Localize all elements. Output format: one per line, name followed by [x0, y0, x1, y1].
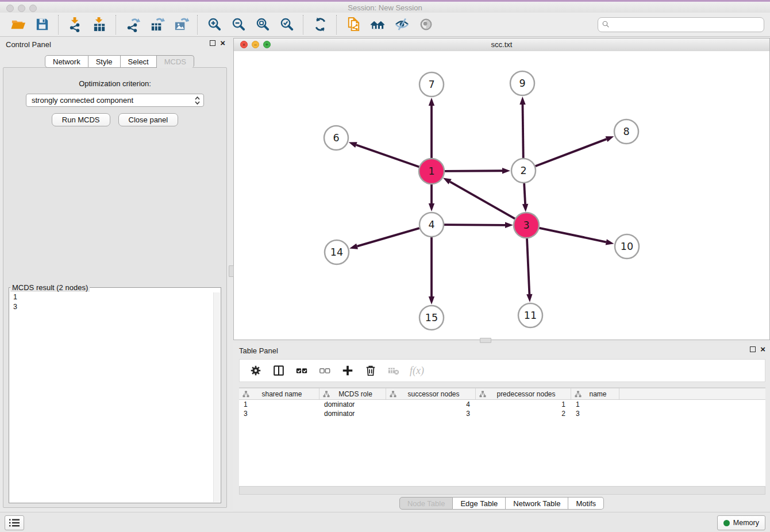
float-panel-icon[interactable]: [210, 40, 215, 46]
close-table-panel-icon[interactable]: ×: [760, 346, 765, 352]
add-column-icon[interactable]: [340, 363, 355, 378]
memory-button[interactable]: Memory: [717, 515, 765, 530]
graph-node-label: 4: [428, 219, 434, 230]
criterion-select[interactable]: strongly connected component: [26, 94, 204, 107]
cell-shared-name[interactable]: 3: [239, 409, 319, 418]
tab-select[interactable]: Select: [121, 55, 157, 68]
tab-node-table[interactable]: Node Table: [399, 497, 453, 510]
graph-edge-arrowhead: [349, 142, 357, 148]
refresh-icon[interactable]: [311, 16, 329, 33]
column-header-name[interactable]: name: [571, 388, 619, 399]
table-horizontal-scrollbar[interactable]: [239, 486, 765, 495]
graph-edge-2-3[interactable]: [524, 183, 525, 204]
cell-predecessor-nodes[interactable]: 2: [476, 409, 571, 418]
close-panel-icon[interactable]: ×: [220, 40, 225, 46]
graph-edge-arrowhead: [519, 97, 525, 105]
cell-name[interactable]: 3: [571, 409, 619, 418]
graph-edge-1-2[interactable]: [444, 171, 502, 171]
search-box[interactable]: [598, 17, 764, 32]
gear-icon[interactable]: [248, 363, 263, 378]
close-panel-button[interactable]: Close panel: [118, 113, 179, 126]
graph-node-label: 14: [330, 246, 343, 258]
tab-motifs[interactable]: Motifs: [568, 497, 604, 510]
home-network-icon[interactable]: [369, 16, 386, 33]
graph-node-label: 11: [524, 310, 537, 321]
graph-edge-4-3[interactable]: [444, 225, 505, 225]
unselect-all-icon[interactable]: [317, 363, 332, 378]
cell-successor-nodes[interactable]: 3: [386, 409, 476, 418]
tab-network-table[interactable]: Network Table: [506, 497, 568, 510]
mcds-result-scrollbar[interactable]: [213, 292, 220, 502]
open-file-icon[interactable]: [9, 16, 26, 33]
graph-edge-arrowhead: [505, 222, 513, 228]
column-header-MCDS-role[interactable]: MCDS role: [319, 388, 386, 399]
column-header-label: predecessor nodes: [496, 390, 555, 398]
graph-edge-arrowhead: [429, 98, 434, 106]
table-panel-title: Table Panel: [239, 346, 278, 355]
toolbar-separator: [197, 15, 198, 34]
cell-shared-name[interactable]: 1: [239, 400, 319, 409]
run-mcds-button[interactable]: Run MCDS: [52, 113, 110, 126]
export-network-icon[interactable]: [124, 16, 141, 33]
graph-edge-3-10[interactable]: [539, 228, 606, 242]
export-image-icon[interactable]: [172, 16, 190, 33]
graph-edge-3-11[interactable]: [527, 238, 529, 294]
main-toolbar: [0, 13, 770, 37]
column-header-successor-nodes[interactable]: successor nodes: [386, 388, 476, 399]
clone-network-icon[interactable]: [345, 16, 362, 33]
task-history-button[interactable]: [5, 515, 24, 530]
cell-MCDS-role[interactable]: dominator: [319, 400, 386, 409]
cell-MCDS-role[interactable]: dominator: [319, 409, 386, 418]
zoom-in-icon[interactable]: [206, 16, 223, 33]
select-all-icon[interactable]: [294, 363, 309, 378]
tab-network[interactable]: Network: [45, 55, 88, 68]
cell-name[interactable]: 1: [571, 400, 619, 409]
tab-style[interactable]: Style: [88, 55, 121, 68]
graph-edge-4-14[interactable]: [357, 228, 419, 246]
column-header-predecessor-nodes[interactable]: predecessor nodes: [476, 388, 571, 399]
table-row[interactable]: 3dominator323: [239, 409, 765, 418]
hide-panel-eye-icon[interactable]: [393, 16, 410, 33]
cell-successor-nodes[interactable]: 4: [386, 400, 476, 409]
graph-edge-arrowhead: [526, 294, 532, 302]
zoom-out-icon[interactable]: [230, 16, 247, 33]
search-input[interactable]: [613, 20, 760, 29]
column-header-shared-name[interactable]: shared name: [239, 388, 319, 399]
vertical-splitter-handle[interactable]: [229, 265, 234, 277]
network-view-titlebar[interactable]: × − + scc.txt: [234, 38, 769, 52]
mcds-result-legend: MCDS result (2 nodes): [10, 283, 90, 292]
mcds-result-list[interactable]: 1 3: [9, 292, 214, 503]
graph-node-label: 7: [428, 79, 434, 90]
float-table-panel-icon[interactable]: [750, 346, 756, 352]
destroy-table-icon: [386, 363, 401, 378]
graph-edge-3-1[interactable]: [450, 182, 515, 219]
table-panel: Table Panel ×: [233, 343, 770, 510]
table-toolbar: f(x): [239, 359, 765, 382]
import-table-icon[interactable]: [91, 16, 108, 33]
control-panel-title: Control Panel: [6, 40, 51, 49]
graph-edge-2-8[interactable]: [536, 139, 607, 166]
tab-mcds[interactable]: MCDS: [157, 55, 194, 68]
control-panel-header: Control Panel ×: [0, 37, 230, 52]
graph-edge-arrowhead: [443, 178, 452, 184]
graph-node-label: 15: [425, 312, 438, 323]
zoom-fit-icon[interactable]: [254, 16, 271, 33]
status-bar: Memory: [0, 512, 770, 532]
tab-edge-table[interactable]: Edge Table: [453, 497, 506, 510]
graph-node-label: 1: [428, 165, 434, 177]
table-row[interactable]: 1dominator411: [239, 400, 765, 409]
columns-icon[interactable]: [271, 363, 286, 378]
network-canvas[interactable]: 7968124314101511: [234, 51, 769, 340]
cell-predecessor-nodes[interactable]: 1: [476, 400, 571, 409]
export-table-icon[interactable]: [148, 16, 165, 33]
show-eye-icon[interactable]: [417, 16, 434, 33]
delete-column-icon[interactable]: [363, 363, 378, 378]
horizontal-splitter-handle[interactable]: [480, 338, 491, 343]
zoom-selected-icon[interactable]: [278, 16, 295, 33]
graph-edge-1-6[interactable]: [356, 145, 419, 167]
import-network-icon[interactable]: [67, 16, 84, 33]
save-session-icon[interactable]: [33, 16, 51, 33]
graph-edge-2-9[interactable]: [522, 105, 523, 158]
select-stepper-icon: [194, 95, 201, 108]
toolbar-separator: [303, 15, 304, 34]
